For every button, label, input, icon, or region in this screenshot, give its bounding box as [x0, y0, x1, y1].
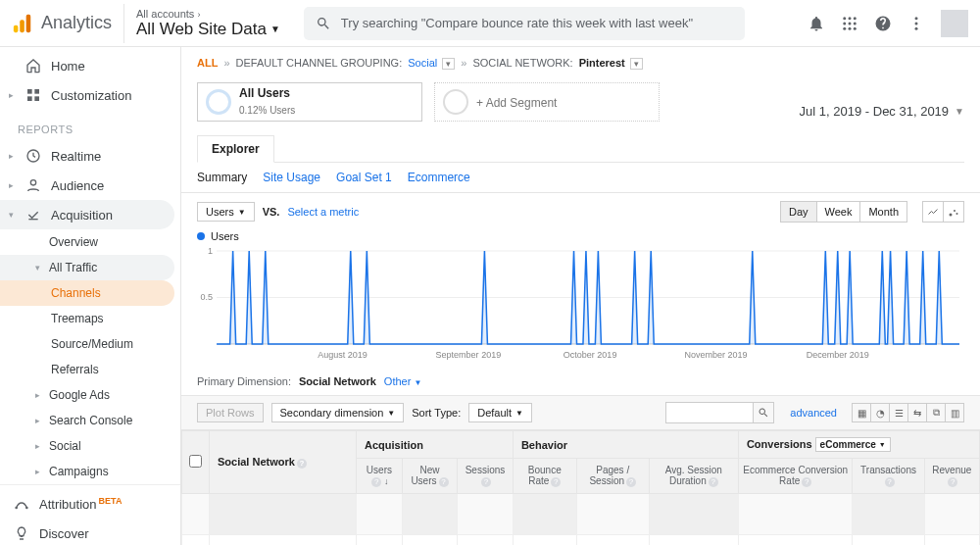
- select-metric-link[interactable]: Select a metric: [287, 206, 359, 218]
- col-rev[interactable]: Revenue?: [924, 459, 979, 494]
- plot-rows-button[interactable]: Plot Rows: [197, 403, 264, 422]
- view-bar-icon[interactable]: ☰: [889, 403, 908, 422]
- col-ecr[interactable]: Ecommerce Conversion Rate?: [738, 459, 853, 494]
- svg-text:September 2019: September 2019: [436, 350, 502, 360]
- col-new-users[interactable]: New Users?: [402, 459, 457, 494]
- sidebar-campaigns[interactable]: ▸Campaigns: [0, 459, 174, 484]
- subtab-site-usage[interactable]: Site Usage: [263, 171, 320, 184]
- col-sessions[interactable]: Sessions?: [458, 459, 514, 494]
- explorer-tabs: Explorer: [197, 135, 964, 163]
- sidebar-referrals[interactable]: Referrals: [0, 357, 174, 382]
- apps-icon[interactable]: [841, 15, 858, 32]
- crumb-pinterest[interactable]: Pinterest ▾: [579, 57, 643, 69]
- bell-icon[interactable]: [808, 15, 825, 32]
- sidebar-overview[interactable]: Overview: [0, 229, 174, 255]
- totals-row: [182, 494, 980, 535]
- col-avg-dur[interactable]: Avg. Session Duration?: [649, 459, 738, 494]
- col-trans[interactable]: Transactions?: [853, 459, 924, 494]
- analytics-logo-icon: [12, 13, 33, 34]
- sidebar-discover[interactable]: Discover: [0, 519, 174, 545]
- product-name: Analytics: [41, 13, 112, 33]
- sidebar-attribution[interactable]: AttributionBETA: [0, 489, 174, 519]
- view-pie-icon[interactable]: ◔: [870, 403, 890, 422]
- table-row[interactable]: 1. Pinterest: [182, 535, 980, 546]
- svg-rect-18: [34, 96, 39, 101]
- svg-text:0.5: 0.5: [201, 293, 214, 303]
- sidebar-customization[interactable]: ▸Customization: [0, 80, 174, 110]
- svg-rect-15: [27, 89, 32, 94]
- sidebar-channels[interactable]: Channels: [0, 280, 174, 306]
- sidebar-source-medium[interactable]: Source/Medium: [0, 331, 174, 357]
- sidebar-all-traffic[interactable]: ▾All Traffic: [0, 255, 174, 280]
- time-granularity-toggle: Day Week Month: [781, 201, 907, 223]
- top-bar: Analytics All accounts › All Web Site Da…: [0, 0, 980, 47]
- chart-type-line-icon[interactable]: [922, 201, 944, 223]
- time-month[interactable]: Month: [859, 201, 907, 223]
- col-pps[interactable]: Pages / Session?: [576, 459, 649, 494]
- avatar[interactable]: [941, 10, 968, 37]
- svg-point-20: [30, 180, 35, 185]
- sidebar-realtime[interactable]: ▸Realtime: [0, 141, 174, 171]
- select-all-checkbox[interactable]: [189, 455, 202, 468]
- sidebar-search-console[interactable]: ▸Search Console: [0, 408, 174, 433]
- search-bar[interactable]: Try searching "Compare bounce rate this …: [304, 7, 745, 40]
- sidebar-google-ads[interactable]: ▸Google Ads: [0, 382, 174, 408]
- help-icon[interactable]: [874, 15, 892, 32]
- logo-block[interactable]: Analytics: [12, 13, 123, 34]
- date-range-picker[interactable]: Jul 1, 2019 - Dec 31, 2019 ▼: [800, 104, 964, 119]
- svg-point-26: [956, 213, 958, 215]
- view-comparison-icon[interactable]: ⇆: [907, 403, 927, 422]
- advanced-link[interactable]: advanced: [790, 407, 837, 419]
- subtab-ecommerce[interactable]: Ecommerce: [408, 171, 470, 184]
- account-picker[interactable]: All accounts › All Web Site Data ▼: [123, 4, 292, 43]
- svg-point-8: [854, 22, 857, 25]
- svg-text:August 2019: August 2019: [318, 350, 368, 360]
- crumb-social[interactable]: Social ▾: [408, 57, 455, 69]
- col-bounce[interactable]: Bounce Rate?: [513, 459, 576, 494]
- view-pivot-icon[interactable]: ▥: [945, 403, 964, 422]
- svg-rect-16: [34, 89, 39, 94]
- segment-add[interactable]: + Add Segment: [434, 82, 660, 122]
- view-table-icon[interactable]: ▦: [852, 403, 871, 422]
- table-search-input[interactable]: [665, 402, 754, 423]
- reports-label: REPORTS: [0, 114, 180, 141]
- crumb-all[interactable]: ALL: [197, 57, 218, 69]
- primary-dimension-value[interactable]: Social Network: [299, 375, 376, 387]
- svg-rect-0: [14, 25, 19, 31]
- sidebar: Home ▸Customization REPORTS ▸Realtime ▸A…: [0, 47, 181, 545]
- table-controls: Plot Rows Secondary dimension ▼ Sort Typ…: [181, 395, 980, 430]
- svg-point-21: [16, 507, 17, 508]
- sidebar-social[interactable]: ▸Social: [0, 433, 174, 459]
- other-dimension-link[interactable]: Other ▼: [384, 375, 422, 387]
- bulb-icon: [14, 525, 29, 541]
- svg-point-9: [843, 26, 846, 29]
- col-users[interactable]: Users? ↓: [357, 459, 403, 494]
- sort-type-select[interactable]: Default ▼: [468, 403, 532, 422]
- time-week[interactable]: Week: [816, 201, 861, 223]
- subtab-goal-set-1[interactable]: Goal Set 1: [336, 171, 392, 184]
- sidebar-treemaps[interactable]: Treemaps: [0, 306, 174, 331]
- tab-explorer[interactable]: Explorer: [197, 135, 274, 163]
- user-icon: [25, 177, 41, 193]
- top-actions: [808, 10, 968, 37]
- more-icon[interactable]: [907, 15, 925, 32]
- dimension-breadcrumb: ALL » DEFAULT CHANNEL GROUPING: Social ▾…: [181, 47, 980, 74]
- table-view-icons: ▦ ◔ ☰ ⇆ ⧉ ▥: [853, 403, 964, 422]
- svg-point-22: [26, 507, 27, 508]
- customization-icon: [25, 87, 41, 103]
- explorer-subtabs: Summary Site Usage Goal Set 1 Ecommerce: [181, 163, 980, 193]
- segment-all-users[interactable]: All Users0.12% Users: [197, 82, 422, 122]
- svg-point-13: [915, 22, 918, 25]
- subtab-summary[interactable]: Summary: [197, 171, 247, 184]
- time-day[interactable]: Day: [780, 201, 817, 223]
- sidebar-home[interactable]: Home: [0, 51, 174, 80]
- secondary-dimension-select[interactable]: Secondary dimension ▼: [271, 403, 405, 422]
- view-term-cloud-icon[interactable]: ⧉: [926, 403, 946, 422]
- chart-type-motion-icon[interactable]: [943, 201, 964, 223]
- clock-icon: [25, 148, 41, 164]
- table-search-button[interactable]: [753, 402, 774, 423]
- sidebar-audience[interactable]: ▸Audience: [0, 171, 174, 200]
- metric-primary-select[interactable]: Users ▼: [197, 202, 255, 222]
- sidebar-acquisition[interactable]: ▾Acquisition: [0, 200, 174, 229]
- conversion-type-select[interactable]: eCommerce ▼: [815, 437, 891, 452]
